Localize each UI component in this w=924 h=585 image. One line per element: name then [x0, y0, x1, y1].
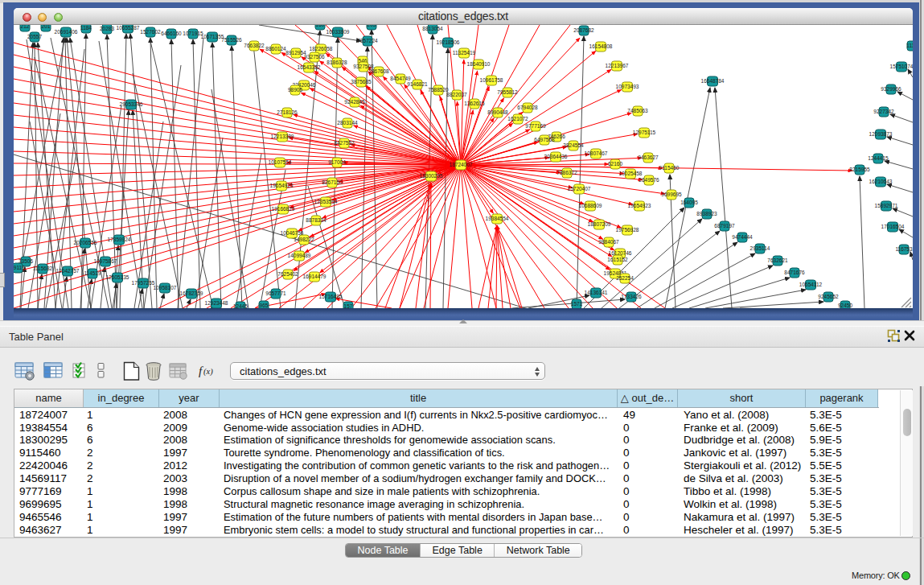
svg-text:20364436: 20364436 — [544, 154, 568, 159]
svg-text:19654925: 19654925 — [270, 183, 294, 188]
svg-text:10688609: 10688609 — [579, 203, 602, 208]
svg-text:8813054: 8813054 — [422, 26, 443, 31]
svg-text:116753: 116753 — [895, 246, 913, 252]
svg-text:160: 160 — [316, 25, 325, 27]
svg-text:12975115: 12975115 — [633, 130, 656, 135]
svg-text:12923448: 12923448 — [205, 300, 228, 306]
svg-text:1571: 1571 — [571, 301, 583, 307]
svg-text:8454749: 8454749 — [390, 76, 411, 81]
svg-text:9329966: 9329966 — [881, 86, 901, 92]
svg-text:10975867: 10975867 — [94, 258, 117, 264]
svg-text:16914479: 16914479 — [303, 274, 326, 279]
svg-text:8267150: 8267150 — [322, 179, 343, 185]
svg-text:14136141: 14136141 — [585, 290, 608, 295]
svg-text:15751074: 15751074 — [890, 64, 913, 69]
svg-text:6497568: 6497568 — [534, 137, 555, 142]
svg-text:2803144: 2803144 — [337, 120, 358, 126]
svg-text:201: 201 — [42, 25, 51, 29]
svg-text:2935114: 2935114 — [750, 245, 770, 251]
svg-text:19756928: 19756928 — [616, 227, 639, 233]
svg-text:3824554: 3824554 — [563, 142, 584, 148]
svg-text:19166829: 19166829 — [272, 206, 295, 212]
svg-text:9115460: 9115460 — [659, 165, 680, 171]
svg-text:10973493: 10973493 — [616, 84, 639, 89]
svg-text:1615152: 1615152 — [607, 257, 628, 262]
svg-text:17957255: 17957255 — [132, 280, 155, 286]
svg-text:7663822: 7663822 — [244, 43, 265, 48]
svg-text:6794028: 6794028 — [517, 105, 538, 110]
svg-text:164095: 164095 — [680, 200, 698, 205]
svg-text:9463627: 9463627 — [638, 154, 659, 160]
svg-text:7625402: 7625402 — [277, 271, 298, 277]
svg-text:10655287: 10655287 — [117, 25, 140, 31]
svg-text:8471676: 8471676 — [784, 270, 805, 275]
svg-text:12213389: 12213389 — [271, 134, 294, 139]
svg-text:9777169: 9777169 — [525, 123, 546, 129]
svg-text:16033809: 16033809 — [326, 29, 350, 35]
svg-text:18807209: 18807209 — [588, 221, 611, 227]
svg-text:1117: 1117 — [906, 43, 913, 48]
svg-text:12353594: 12353594 — [314, 199, 338, 204]
svg-text:9245652: 9245652 — [818, 294, 839, 299]
svg-text:(x): (x) — [203, 367, 213, 377]
svg-text:1244415: 1244415 — [868, 155, 889, 161]
svg-text:39119: 39119 — [14, 265, 25, 270]
svg-text:18640910: 18640910 — [467, 61, 491, 67]
svg-text:7632621: 7632621 — [767, 257, 788, 263]
svg-text:9227342: 9227342 — [873, 109, 894, 114]
svg-text:10025458: 10025458 — [619, 171, 643, 176]
svg-text:8938923: 8938923 — [696, 211, 717, 216]
svg-text:1184: 1184 — [80, 25, 92, 31]
svg-text:8822037: 8822037 — [446, 92, 467, 97]
svg-text:17016504: 17016504 — [881, 224, 905, 229]
svg-text:10958107: 10958107 — [154, 285, 177, 290]
svg-text:2649576: 2649576 — [639, 177, 659, 183]
svg-text:12093873: 12093873 — [869, 131, 893, 137]
svg-text:11325419: 11325419 — [453, 50, 476, 56]
svg-text:3875685: 3875685 — [351, 79, 372, 84]
svg-text:252254: 252254 — [616, 275, 634, 281]
svg-text:965: 965 — [260, 303, 269, 308]
svg-text:8878334: 8878334 — [306, 217, 326, 223]
svg-text:10654112: 10654112 — [799, 282, 823, 287]
svg-text:8912954: 8912954 — [285, 50, 306, 56]
svg-text:9699695: 9699695 — [661, 192, 682, 197]
svg-text:16543382: 16543382 — [298, 64, 321, 70]
svg-text:203: 203 — [368, 25, 376, 27]
svg-text:9884067: 9884067 — [598, 239, 619, 245]
svg-text:12213967: 12213967 — [606, 63, 629, 68]
svg-text:1527602: 1527602 — [140, 29, 161, 35]
svg-text:16782759: 16782759 — [180, 290, 203, 296]
svg-text:20557: 20557 — [27, 34, 42, 39]
svg-text:7515526: 7515526 — [221, 37, 242, 43]
svg-text:917004: 917004 — [328, 159, 346, 165]
svg-text:1733426: 1733426 — [621, 294, 642, 299]
svg-text:7588520: 7588520 — [428, 87, 449, 93]
svg-text:16154808: 16154808 — [589, 43, 613, 49]
svg-text:1498222: 1498222 — [294, 237, 314, 242]
svg-text:9657771: 9657771 — [265, 290, 286, 296]
svg-text:10107554: 10107554 — [269, 159, 292, 165]
svg-text:62160: 62160 — [608, 161, 622, 167]
svg-text:18300295: 18300295 — [420, 173, 443, 179]
svg-text:15892971: 15892971 — [875, 203, 898, 208]
svg-text:9327506: 9327506 — [304, 54, 325, 60]
svg-text:8215955: 8215955 — [849, 167, 870, 172]
svg-text:92450: 92450 — [838, 303, 852, 308]
svg-text:20283: 20283 — [100, 26, 114, 31]
svg-text:10961758: 10961758 — [480, 77, 503, 83]
svg-text:9474444: 9474444 — [732, 234, 753, 240]
svg-text:19384554: 19384554 — [486, 216, 509, 221]
svg-text:8186328: 8186328 — [326, 60, 347, 65]
svg-text:2867608: 2867608 — [368, 68, 389, 74]
svg-text:20691406: 20691406 — [55, 29, 78, 35]
svg-text:9146821: 9146821 — [407, 81, 428, 87]
svg-text:19654923: 19654923 — [628, 203, 651, 208]
svg-text:19218506: 19218506 — [437, 39, 460, 45]
svg-text:2718126: 2718126 — [277, 109, 298, 115]
svg-text:7485063: 7485063 — [627, 108, 648, 113]
svg-text:15720407: 15720407 — [568, 186, 591, 192]
svg-text:12505135: 12505135 — [106, 274, 129, 280]
svg-text:10807467: 10807467 — [585, 150, 608, 156]
svg-text:16210643: 16210643 — [869, 179, 893, 184]
